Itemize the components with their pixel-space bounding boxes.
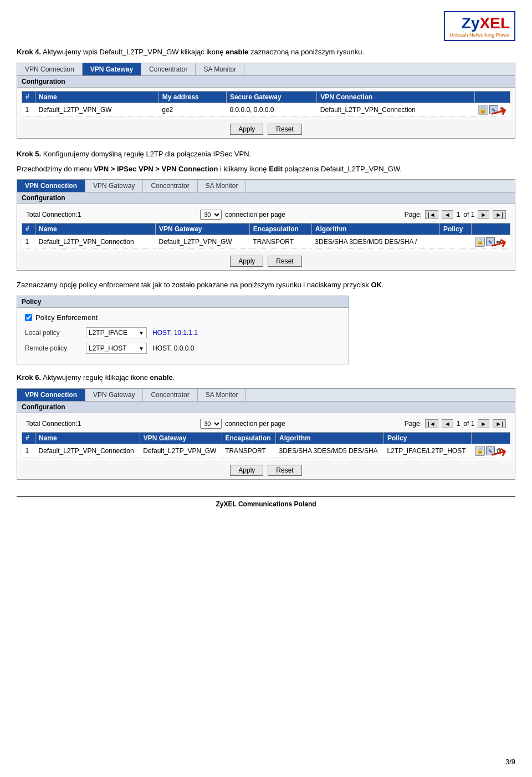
footer: ZyXEL Communications Poland: [17, 496, 515, 508]
page-prev-3[interactable]: ◄: [442, 419, 453, 428]
per-page-select-2[interactable]: 30: [200, 210, 222, 220]
vpn-table-1: # Name My address Secure Gateway VPN Con…: [22, 91, 510, 117]
between-text: Zaznaczamy opcję policy enforcement tak …: [17, 280, 515, 291]
logo-box: ZyXEL Unleash Networking Power: [444, 11, 515, 41]
vpn-section-config-2: Configuration: [17, 192, 515, 204]
dropdown-arrow-local: ▼: [139, 330, 144, 336]
local-policy-value: HOST, 10.1.1.1: [152, 329, 198, 337]
step6-heading: Krok 6.: [17, 373, 41, 382]
per-page-label-3: connection per page: [225, 420, 285, 428]
vpn-tabs-1: VPN Connection VPN Gateway Concentrator …: [17, 63, 515, 76]
tab-concentrator-2[interactable]: Concentrator: [143, 180, 197, 192]
pagination-row-2: Total Connection:1 30 connection per pag…: [22, 207, 510, 222]
col-enc-3: Encapsulation: [222, 432, 275, 444]
vpn-controls-2: Apply Reset: [17, 252, 515, 270]
tab-concentrator-3[interactable]: Concentrator: [143, 389, 197, 401]
page-first-2[interactable]: |◄: [425, 210, 438, 219]
vpn-panel-1: VPN Connection VPN Gateway Concentrator …: [17, 63, 515, 139]
tab-vpn-connection-1[interactable]: VPN Connection: [17, 63, 83, 75]
tab-vpn-connection-3[interactable]: VPN Connection: [17, 389, 85, 401]
tab-sa-monitor-3[interactable]: SA Monitor: [198, 389, 247, 401]
remote-policy-value: HOST, 0.0.0.0: [152, 344, 194, 352]
col-myaddr-1: My address: [158, 91, 226, 103]
step6-text: Krok 6. Aktywujemy regułę klikając ikone…: [17, 372, 515, 384]
policy-panel: Policy Policy Enforcement Local policy L…: [17, 296, 349, 364]
step5-text: Krok 5. Konfigurujemy domyślną regułę L2…: [17, 149, 515, 160]
page-first-3[interactable]: |◄: [425, 419, 438, 428]
local-policy-row: Local policy L2TP_IFACE ▼ HOST, 10.1.1.1: [25, 327, 341, 338]
policy-enforcement-checkbox[interactable]: [25, 314, 32, 321]
enable-icon-3[interactable]: 🔒: [475, 446, 485, 456]
total-conn-3: Total Connection:1: [26, 420, 81, 428]
page-of-2: of 1: [463, 211, 474, 219]
logo-zy: Zy: [462, 14, 480, 32]
dropdown-arrow-remote: ▼: [139, 346, 144, 352]
col-name-1: Name: [35, 91, 159, 103]
vpn-content-1: # Name My address Secure Gateway VPN Con…: [17, 88, 515, 120]
apply-button-3[interactable]: Apply: [230, 465, 263, 476]
footer-text: ZyXEL Communications Poland: [216, 500, 316, 508]
tab-vpn-gateway-2[interactable]: VPN Gateway: [85, 180, 143, 192]
tab-concentrator-1[interactable]: Concentrator: [141, 63, 196, 75]
vpn-controls-3: Apply Reset: [17, 461, 515, 479]
local-policy-label: Local policy: [25, 329, 86, 337]
col-gw-3: VPN Gateway: [140, 432, 222, 444]
vpn-panel-3: VPN Connection VPN Gateway Concentrator …: [17, 388, 515, 480]
vpn-tabs-3: VPN Connection VPN Gateway Concentrator …: [17, 389, 515, 402]
tab-vpn-gateway-3[interactable]: VPN Gateway: [85, 389, 143, 401]
logo-area: ZyXEL Unleash Networking Power: [17, 11, 515, 41]
total-conn-2: Total Connection:1: [26, 211, 81, 219]
pagination-row-3: Total Connection:1 30 connection per pag…: [22, 417, 510, 431]
step4-heading: Krok 4.: [17, 48, 41, 56]
vpn-content-3: Total Connection:1 30 connection per pag…: [17, 413, 515, 461]
remote-policy-label: Remote policy: [25, 344, 86, 352]
per-page-select-3[interactable]: 30: [200, 419, 222, 429]
col-pol-2: Policy: [439, 224, 471, 235]
vpn-content-2: Total Connection:1 30 connection per pag…: [17, 204, 515, 252]
logo-tagline: Unleash Networking Power: [449, 32, 510, 38]
reset-button-1[interactable]: Reset: [268, 124, 301, 135]
remote-policy-row: Remote policy L2TP_HOST ▼ HOST, 0.0.0.0: [25, 343, 341, 354]
col-vpnconn-1: VPN Connection: [317, 91, 475, 103]
policy-enforcement-label: Policy Enforcement: [35, 313, 98, 322]
col-pol-3: Policy: [383, 432, 471, 444]
page-prev-2[interactable]: ◄: [442, 210, 453, 219]
policy-enforcement-row: Policy Enforcement: [25, 313, 341, 322]
col-name-3: Name: [35, 432, 140, 444]
vpn-table-3: # Name VPN Gateway Encapsulation Algorit…: [22, 432, 510, 458]
per-page-label-2: connection per page: [225, 211, 285, 219]
reset-button-2[interactable]: Reset: [268, 256, 301, 267]
enable-icon-2[interactable]: 🔒: [475, 237, 485, 247]
page-label-2: Page:: [405, 211, 422, 219]
logo-xel: XEL: [480, 14, 510, 32]
vpn-controls-1: Apply Reset: [17, 120, 515, 138]
page-label-3: Page:: [405, 420, 422, 428]
col-hash-3: #: [22, 432, 35, 444]
apply-button-1[interactable]: Apply: [230, 124, 263, 135]
page-num-3: 1: [457, 420, 461, 428]
local-policy-select[interactable]: L2TP_IFACE ▼: [86, 327, 147, 338]
tab-sa-monitor-2[interactable]: SA Monitor: [198, 180, 247, 192]
tab-vpn-gateway-1[interactable]: VPN Gateway: [83, 63, 141, 75]
page-next-3[interactable]: ►: [478, 419, 489, 428]
tab-vpn-connection-2[interactable]: VPN Connection: [17, 180, 85, 192]
page-last-2[interactable]: ►|: [493, 210, 506, 219]
remote-policy-select[interactable]: L2TP_HOST ▼: [86, 343, 147, 354]
col-alg-2: Algorithm: [311, 224, 439, 235]
policy-section-header: Policy: [17, 296, 349, 308]
page-num-2: 1: [457, 211, 461, 219]
vpn-tabs-2: VPN Connection VPN Gateway Concentrator …: [17, 180, 515, 192]
page-of-3: of 1: [463, 420, 474, 428]
table-row: 1 Default_L2TP_VPN_GW ge2 0.0.0.0, 0.0.0…: [22, 103, 510, 116]
page-next-2[interactable]: ►: [478, 210, 489, 219]
vpn-table-2: # Name VPN Gateway Encapsulation Algorit…: [22, 223, 510, 249]
step4-text: Krok 4. Aktywujemy wpis Default_L2TP_VPN…: [17, 47, 515, 58]
page-last-3[interactable]: ►|: [493, 419, 506, 428]
apply-button-2[interactable]: Apply: [230, 256, 263, 267]
step5-heading: Krok 5.: [17, 150, 41, 158]
reset-button-3[interactable]: Reset: [268, 465, 301, 476]
table-row: 1 Default_L2TP_VPN_Connection Default_L2…: [22, 444, 510, 458]
vpn-panel-2: VPN Connection VPN Gateway Concentrator …: [17, 179, 515, 271]
enable-icon[interactable]: 🔒: [478, 105, 488, 115]
tab-sa-monitor-1[interactable]: SA Monitor: [196, 63, 244, 75]
